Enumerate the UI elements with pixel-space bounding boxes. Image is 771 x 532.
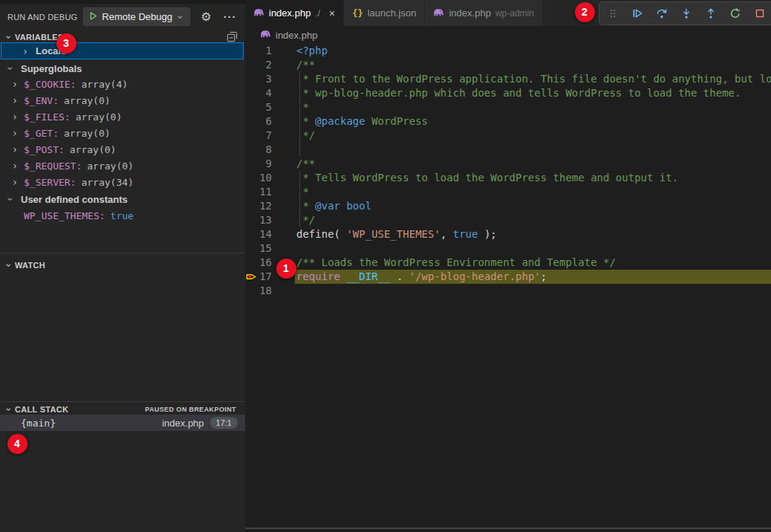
line-content: /**	[272, 58, 315, 72]
editor-tab-bar: index.php./×{} launch.json index.phpwp-a…	[245, 0, 771, 26]
line-number[interactable]: 14	[245, 227, 272, 241]
line-content: *	[272, 185, 309, 199]
variable-name: $_POST:	[24, 144, 65, 155]
variable-row[interactable]: › $_REQUEST: array(0)	[0, 158, 245, 174]
breadcrumb[interactable]: index.php	[245, 26, 771, 44]
play-icon[interactable]	[88, 10, 98, 24]
restart-icon[interactable]	[729, 7, 742, 20]
gripper-icon[interactable]	[606, 7, 619, 20]
code-line-9: 9/**	[245, 157, 771, 171]
line-content: * Front to the WordPress application. Th…	[272, 72, 771, 86]
gear-icon[interactable]: ⚙	[201, 10, 211, 24]
constant-row[interactable]: WP_USE_THEMES: true	[0, 207, 245, 224]
variable-name: $_GET:	[24, 128, 59, 139]
line-number[interactable]: 18	[245, 284, 272, 298]
chevron-right-icon: ›	[10, 145, 19, 154]
breadcrumb-file-label: index.php	[276, 30, 317, 41]
chevron-right-icon: ›	[10, 161, 19, 170]
line-number[interactable]: 8	[245, 143, 272, 157]
section-divider	[0, 253, 245, 253]
tab-label: index.php	[269, 7, 310, 19]
debug-config-dropdown[interactable]: Remote Debugg ›	[83, 7, 190, 26]
code-line-18: 18	[245, 284, 771, 298]
line-number[interactable]: 10	[245, 171, 272, 185]
editor-area: index.php./×{} launch.json index.phpwp-a…	[245, 0, 771, 532]
line-number[interactable]: 16	[245, 256, 272, 270]
paused-status-badge: PAUSED ON BREAKPOINT	[145, 406, 236, 413]
variable-name: $_ENV:	[24, 95, 59, 106]
run-debug-title: RUN AND DEBUG	[7, 13, 77, 22]
chevron-right-icon: ›	[21, 47, 30, 56]
php-icon	[253, 7, 264, 20]
run-debug-header: RUN AND DEBUG Remote Debugg › ⚙ ···	[0, 4, 245, 30]
step-out-icon[interactable]	[704, 7, 718, 20]
variable-value: array(0)	[76, 111, 123, 123]
stop-icon[interactable]	[753, 7, 767, 20]
code-line-2: 2/**	[245, 58, 771, 72]
watch-title: WATCH	[15, 261, 45, 270]
variable-row[interactable]: › $_GET: array(0)	[0, 125, 245, 141]
call-stack-frame[interactable]: {main} index.php 17:1	[0, 415, 245, 431]
line-number[interactable]: 12	[245, 199, 272, 213]
close-icon[interactable]: ×	[329, 7, 335, 19]
line-number[interactable]: 15	[245, 241, 272, 256]
watch-section-header[interactable]: › WATCH	[0, 258, 245, 273]
line-number[interactable]: 3	[245, 72, 272, 86]
braces-icon: {}	[352, 7, 362, 19]
chevron-right-icon: ›	[10, 96, 19, 105]
code-line-14: 14define( 'WP_USE_THEMES', true );	[245, 227, 771, 241]
chevron-right-icon: ›	[10, 112, 19, 121]
variables-scope-locals[interactable]: › Locals	[1, 42, 244, 59]
variable-name: $_COOKIE:	[24, 79, 76, 90]
line-number[interactable]: 4	[245, 86, 272, 100]
line-number[interactable]: 5	[245, 100, 272, 114]
line-number[interactable]: 11	[245, 185, 272, 199]
variable-value: array(0)	[87, 160, 134, 172]
variable-row[interactable]: › $_POST: array(0)	[0, 141, 245, 158]
line-number[interactable]: 2	[245, 58, 272, 72]
line-content: * @package WordPress	[272, 114, 428, 129]
line-content	[272, 143, 296, 157]
editor-tab-index-php[interactable]: index.php./×	[245, 0, 344, 26]
line-number[interactable]: 9	[245, 157, 272, 171]
variables-scope-superglobals[interactable]: › Superglobals	[0, 60, 245, 77]
chevron-right-icon: ›	[10, 178, 19, 186]
code-line-10: 10 * Tells WordPress to load the WordPre…	[245, 171, 771, 185]
editor-bottom-separator	[245, 528, 771, 529]
debug-config-label: Remote Debugg	[102, 11, 172, 22]
editor-tab-launch-json[interactable]: {} launch.json	[344, 0, 425, 26]
variable-row[interactable]: › $_ENV: array(0)	[0, 92, 245, 108]
editor-tab-index-php[interactable]: index.phpwp-admin	[425, 0, 542, 26]
line-content: /** Loads the WordPress Environment and …	[272, 256, 616, 270]
variable-name: $_REQUEST:	[24, 160, 82, 172]
tab-detail: wp-admin	[495, 8, 534, 19]
more-actions-icon[interactable]: ···	[224, 10, 237, 23]
line-number[interactable]: 1	[245, 44, 272, 58]
frame-file: index.php	[162, 418, 204, 429]
chevron-down-icon: ›	[4, 405, 13, 414]
line-content: * @var bool	[272, 199, 371, 213]
code-editor[interactable]: 1<?php2/**3 * Front to the WordPress app…	[245, 44, 771, 527]
code-line-12: 12 * @var bool	[245, 199, 771, 213]
step-over-icon[interactable]	[655, 7, 668, 20]
step-into-icon[interactable]	[680, 7, 693, 20]
line-number[interactable]: 6	[245, 114, 272, 129]
line-number[interactable]: 13	[245, 213, 272, 227]
variable-row[interactable]: › $_SERVER: array(34)	[0, 174, 245, 190]
tab-label: index.php	[449, 7, 490, 19]
execution-pointer-breakpoint-icon[interactable]	[246, 271, 257, 285]
code-line-13: 13 */	[245, 213, 771, 227]
variables-scope-user-constants[interactable]: › User defined constants	[0, 191, 245, 207]
variable-value: array(0)	[64, 95, 111, 106]
line-content	[272, 241, 296, 256]
chevron-right-icon: ›	[10, 80, 19, 88]
variable-row[interactable]: › $_FILES: array(0)	[0, 108, 245, 125]
continue-icon[interactable]	[631, 7, 644, 20]
code-line-16: 16/** Loads the WordPress Environment an…	[245, 256, 771, 270]
php-icon	[433, 7, 444, 20]
chevron-right-icon: ›	[10, 129, 19, 137]
code-line-7: 7 */	[245, 129, 771, 143]
line-number[interactable]: 7	[245, 129, 272, 143]
line-content: *	[272, 100, 309, 114]
variable-row[interactable]: › $_COOKIE: array(4)	[0, 76, 245, 92]
